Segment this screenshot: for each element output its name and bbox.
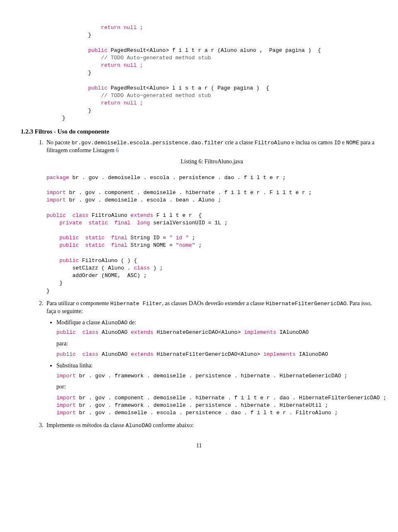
code-line: addOrder (NOME, ASC) ; bbox=[46, 272, 147, 279]
code-line: F i l t e r { bbox=[153, 212, 201, 219]
code-line: PagedResult<Aluno> f i l t r a r (Aluno … bbox=[107, 47, 321, 53]
code-line: FiltroAluno bbox=[88, 212, 130, 219]
code-line: AlunoDAO bbox=[98, 351, 131, 357]
code-line: IAlunoDAO bbox=[296, 351, 328, 357]
code-inline: br.gov.demoiselle.escola.persistence.dao… bbox=[72, 140, 224, 146]
code-kw: public bbox=[46, 257, 79, 264]
code-line: ) ; bbox=[150, 265, 163, 271]
code-kw: import bbox=[46, 197, 66, 203]
code-kw: private static final long bbox=[46, 220, 150, 226]
code-block-listing6: package br . gov . demoiselle . escola .… bbox=[46, 167, 377, 295]
code-block-top: return null ; } public PagedResult<Aluno… bbox=[21, 17, 377, 122]
code-line: IAlunoDAO bbox=[277, 329, 309, 335]
code-line-alunodao-to: public class AlunoDAO extends HibernateF… bbox=[56, 351, 377, 358]
page-number: 11 bbox=[21, 442, 377, 450]
code-line: br . gov . demoiselle . escola . bean . … bbox=[66, 197, 221, 203]
code-kw: public class bbox=[46, 212, 88, 219]
code-line: ; bbox=[195, 242, 202, 248]
code-kw: import bbox=[46, 189, 66, 196]
code-line: br . gov . component . demoiselle . hibe… bbox=[76, 395, 386, 401]
code-inline: NOME bbox=[346, 140, 359, 146]
code-kw: class bbox=[134, 265, 150, 271]
code-str: "nome" bbox=[176, 242, 195, 248]
text: e inclua os camos bbox=[290, 139, 334, 146]
text: e bbox=[341, 139, 346, 146]
code-kw: public static final bbox=[46, 242, 127, 248]
code-kw: extends bbox=[131, 212, 153, 219]
code-kw: extends bbox=[131, 351, 153, 357]
code-comment: // TODO Auto−generated method stub bbox=[62, 92, 211, 99]
code-line: } bbox=[62, 70, 91, 76]
text: crie a classe bbox=[223, 139, 255, 146]
sub-item-substitute: Substitua linha: import br . gov . frame… bbox=[56, 362, 377, 417]
code-kw: implements bbox=[244, 329, 276, 335]
code-line: br . gov . demoiselle . escola . persist… bbox=[76, 410, 338, 416]
code-line: br . gov . framework . demoiselle . pers… bbox=[76, 373, 347, 379]
sub-item-modify: Modifique a classe AlunoDAO de: public c… bbox=[56, 319, 377, 359]
listing-caption: Listing 6: FiltroAluno.java bbox=[46, 158, 377, 166]
code-inline: FiltroAluno bbox=[255, 140, 290, 146]
code-kw: public bbox=[62, 85, 107, 91]
code-line: AlunoDAO bbox=[98, 329, 131, 335]
code-line: return null ; bbox=[62, 24, 143, 31]
code-kw: import bbox=[56, 395, 76, 401]
text: Implemente os métodos da classe bbox=[46, 422, 126, 428]
text: de: bbox=[128, 319, 136, 326]
code-line: } bbox=[46, 280, 63, 286]
code-kw: implements bbox=[263, 351, 296, 357]
code-kw: public static final bbox=[46, 235, 127, 241]
sub-list: Modifique a classe AlunoDAO de: public c… bbox=[46, 319, 377, 417]
code-line: FiltroAluno ( ) { bbox=[79, 257, 137, 264]
text-para: para: bbox=[56, 340, 377, 348]
text: No pacote bbox=[46, 139, 72, 146]
code-line: setClazz ( Aluno . bbox=[46, 265, 134, 271]
code-line: } bbox=[46, 288, 50, 294]
code-line: } bbox=[62, 115, 66, 121]
code-kw: package bbox=[46, 175, 69, 181]
code-import-from: import br . gov . framework . demoiselle… bbox=[56, 372, 377, 380]
code-line: br . gov . framework . demoiselle . pers… bbox=[76, 402, 328, 408]
code-kw: extends bbox=[131, 329, 153, 335]
code-comment: // TODO Auto−generated method stub bbox=[62, 55, 211, 61]
code-inline: AlunoDAO bbox=[102, 320, 127, 326]
code-kw: import bbox=[56, 410, 76, 416]
code-kw: public bbox=[62, 47, 107, 53]
code-kw: import bbox=[56, 373, 76, 379]
code-line: } bbox=[62, 107, 91, 114]
code-line: } bbox=[62, 32, 91, 38]
code-line: String ID = bbox=[127, 235, 169, 241]
code-line: br . gov . component . demoiselle . hibe… bbox=[66, 189, 312, 196]
code-inline: Hibernate Filter bbox=[110, 301, 162, 307]
text: Modifique a classe bbox=[56, 319, 102, 326]
listing-ref-link[interactable]: 6 bbox=[116, 147, 119, 153]
code-kw: import bbox=[56, 402, 76, 408]
text: Substitua linha: bbox=[56, 362, 93, 369]
code-line: br . gov . demoiselle . escola . persist… bbox=[69, 175, 286, 181]
list-item-1: No pacote br.gov.demoiselle.escola.persi… bbox=[45, 139, 377, 295]
text: conforme abaixo: bbox=[151, 422, 194, 428]
code-line: PagedResult<Aluno> l i s t a r ( Page pa… bbox=[107, 85, 269, 91]
code-inline: AlunoDAO bbox=[126, 423, 151, 429]
code-imports-to: import br . gov . component . demoiselle… bbox=[56, 394, 377, 417]
list-item-3: Implemente os métodos da classe AlunoDAO… bbox=[45, 422, 377, 430]
code-inline: HibernateFilterGenericDAO bbox=[266, 301, 347, 307]
code-line: String NOME = bbox=[127, 242, 176, 248]
code-line: HibernateGenericDAO<Aluno> bbox=[153, 329, 244, 335]
code-line: HibernateFilterGenericDAO<Aluno> bbox=[153, 351, 263, 357]
code-line: return null ; bbox=[62, 62, 143, 68]
code-line-alunodao-from: public class AlunoDAO extends HibernateG… bbox=[56, 329, 377, 336]
code-line: return null ; bbox=[62, 100, 143, 106]
code-str: " id " bbox=[169, 235, 189, 241]
code-inline: ID bbox=[334, 140, 341, 146]
ordered-list: No pacote br.gov.demoiselle.escola.persi… bbox=[21, 139, 377, 430]
list-item-2: Para utilizar o componente Hibernate Fil… bbox=[45, 300, 377, 417]
text: , as classes DAOs deverão extender a cla… bbox=[162, 300, 266, 306]
text: Para utilizar o componente bbox=[46, 300, 110, 306]
code-line: ; bbox=[189, 235, 195, 241]
code-line: serialVersionUID = 1L ; bbox=[150, 220, 228, 226]
code-kw: public class bbox=[56, 329, 98, 335]
code-kw: public class bbox=[56, 351, 98, 357]
section-heading: 1.2.3 Filtros - Uso do componente bbox=[21, 127, 377, 136]
text-por: por: bbox=[56, 383, 377, 391]
